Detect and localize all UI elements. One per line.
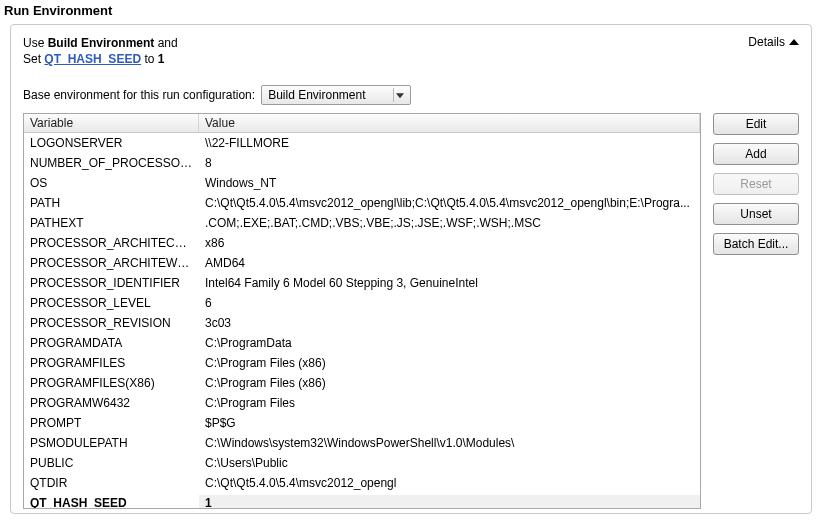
- edit-button[interactable]: Edit: [713, 113, 799, 135]
- cell-value: 8: [199, 155, 700, 171]
- cell-variable: PATHEXT: [24, 215, 199, 231]
- base-environment-label: Base environment for this run configurat…: [23, 88, 255, 102]
- cell-variable: PROGRAMW6432: [24, 395, 199, 411]
- table-row[interactable]: QT_HASH_SEED1: [24, 493, 700, 508]
- summary-value: 1: [158, 52, 165, 66]
- table-row[interactable]: QTDIRC:\Qt\Qt5.4.0\5.4\msvc2012_opengl: [24, 473, 700, 493]
- summary-text: Set: [23, 52, 44, 66]
- unset-button[interactable]: Unset: [713, 203, 799, 225]
- table-row[interactable]: PROGRAMW6432C:\Program Files: [24, 393, 700, 413]
- table-row[interactable]: PROCESSOR_IDENTIFIERIntel64 Family 6 Mod…: [24, 273, 700, 293]
- cell-value: 1: [199, 495, 700, 508]
- cell-value: Windows_NT: [199, 175, 700, 191]
- cell-value: x86: [199, 235, 700, 251]
- table-row[interactable]: PROMPT$P$G: [24, 413, 700, 433]
- cell-variable: PUBLIC: [24, 455, 199, 471]
- details-label: Details: [748, 35, 785, 49]
- summary-text: and: [154, 36, 177, 50]
- cell-variable: PROCESSOR_LEVEL: [24, 295, 199, 311]
- batch-edit-button[interactable]: Batch Edit...: [713, 233, 799, 255]
- table-row[interactable]: PROGRAMDATAC:\ProgramData: [24, 333, 700, 353]
- table-row[interactable]: PUBLICC:\Users\Public: [24, 453, 700, 473]
- summary-text: Use: [23, 36, 48, 50]
- cell-variable: PROCESSOR_IDENTIFIER: [24, 275, 199, 291]
- cell-value: .COM;.EXE;.BAT;.CMD;.VBS;.VBE;.JS;.JSE;.…: [199, 215, 700, 231]
- section-title: Run Environment: [0, 0, 822, 24]
- cell-variable: PROCESSOR_ARCHITECTURE: [24, 235, 199, 251]
- cell-variable: PROMPT: [24, 415, 199, 431]
- table-row[interactable]: PROCESSOR_LEVEL6: [24, 293, 700, 313]
- cell-value: C:\Program Files (x86): [199, 375, 700, 391]
- table-row[interactable]: PATHEXT.COM;.EXE;.BAT;.CMD;.VBS;.VBE;.JS…: [24, 213, 700, 233]
- cell-value: \\22-FILLMORE: [199, 135, 700, 151]
- cell-variable: OS: [24, 175, 199, 191]
- qt-hash-seed-link[interactable]: QT_HASH_SEED: [44, 52, 141, 66]
- table-row[interactable]: PROCESSOR_ARCHITEW6432AMD64: [24, 253, 700, 273]
- cell-value: AMD64: [199, 255, 700, 271]
- table-header: Variable Value: [24, 114, 700, 133]
- cell-variable: PROCESSOR_REVISION: [24, 315, 199, 331]
- cell-value: 6: [199, 295, 700, 311]
- cell-value: C:\Windows\system32\WindowsPowerShell\v1…: [199, 435, 700, 451]
- cell-variable: LOGONSERVER: [24, 135, 199, 151]
- table-row[interactable]: PROGRAMFILES(X86)C:\Program Files (x86): [24, 373, 700, 393]
- table-row[interactable]: NUMBER_OF_PROCESSORS8: [24, 153, 700, 173]
- table-row[interactable]: PSMODULEPATHC:\Windows\system32\WindowsP…: [24, 433, 700, 453]
- cell-variable: PROGRAMFILES(X86): [24, 375, 199, 391]
- table-row[interactable]: PATHC:\Qt\Qt5.4.0\5.4\msvc2012_opengl\li…: [24, 193, 700, 213]
- table-row[interactable]: OSWindows_NT: [24, 173, 700, 193]
- summary-text: to: [141, 52, 158, 66]
- table-row[interactable]: PROCESSOR_REVISION3c03: [24, 313, 700, 333]
- table-row[interactable]: PROGRAMFILESC:\Program Files (x86): [24, 353, 700, 373]
- environment-summary: Use Build Environment and Set QT_HASH_SE…: [23, 35, 178, 67]
- cell-value: C:\Program Files (x86): [199, 355, 700, 371]
- cell-variable: NUMBER_OF_PROCESSORS: [24, 155, 199, 171]
- combo-value: Build Environment: [268, 88, 365, 102]
- table-body[interactable]: LOGONSERVER\\22-FILLMORENUMBER_OF_PROCES…: [24, 133, 700, 508]
- chevron-up-icon: [789, 37, 799, 47]
- cell-value: C:\Qt\Qt5.4.0\5.4\msvc2012_opengl\lib;C:…: [199, 195, 700, 211]
- cell-variable: QT_HASH_SEED: [24, 495, 199, 508]
- cell-value: $P$G: [199, 415, 700, 431]
- details-toggle[interactable]: Details: [748, 35, 799, 49]
- environment-table: Variable Value LOGONSERVER\\22-FILLMOREN…: [23, 113, 701, 509]
- cell-value: 3c03: [199, 315, 700, 331]
- table-row[interactable]: PROCESSOR_ARCHITECTUREx86: [24, 233, 700, 253]
- column-header-value[interactable]: Value: [199, 114, 700, 132]
- cell-value: C:\Users\Public: [199, 455, 700, 471]
- add-button[interactable]: Add: [713, 143, 799, 165]
- chevron-down-icon: [396, 93, 404, 98]
- button-column: Edit Add Reset Unset Batch Edit...: [713, 113, 799, 509]
- cell-value: C:\ProgramData: [199, 335, 700, 351]
- column-header-variable[interactable]: Variable: [24, 114, 199, 132]
- cell-variable: PSMODULEPATH: [24, 435, 199, 451]
- cell-variable: PROCESSOR_ARCHITEW6432: [24, 255, 199, 271]
- cell-value: C:\Program Files: [199, 395, 700, 411]
- reset-button: Reset: [713, 173, 799, 195]
- cell-variable: PROGRAMFILES: [24, 355, 199, 371]
- cell-value: Intel64 Family 6 Model 60 Stepping 3, Ge…: [199, 275, 700, 291]
- summary-bold: Build Environment: [48, 36, 155, 50]
- base-environment-combo[interactable]: Build Environment: [261, 85, 411, 105]
- run-environment-panel: Use Build Environment and Set QT_HASH_SE…: [10, 24, 812, 514]
- cell-variable: QTDIR: [24, 475, 199, 491]
- cell-variable: PROGRAMDATA: [24, 335, 199, 351]
- svg-marker-0: [789, 39, 799, 45]
- table-row[interactable]: LOGONSERVER\\22-FILLMORE: [24, 133, 700, 153]
- cell-variable: PATH: [24, 195, 199, 211]
- cell-value: C:\Qt\Qt5.4.0\5.4\msvc2012_opengl: [199, 475, 700, 491]
